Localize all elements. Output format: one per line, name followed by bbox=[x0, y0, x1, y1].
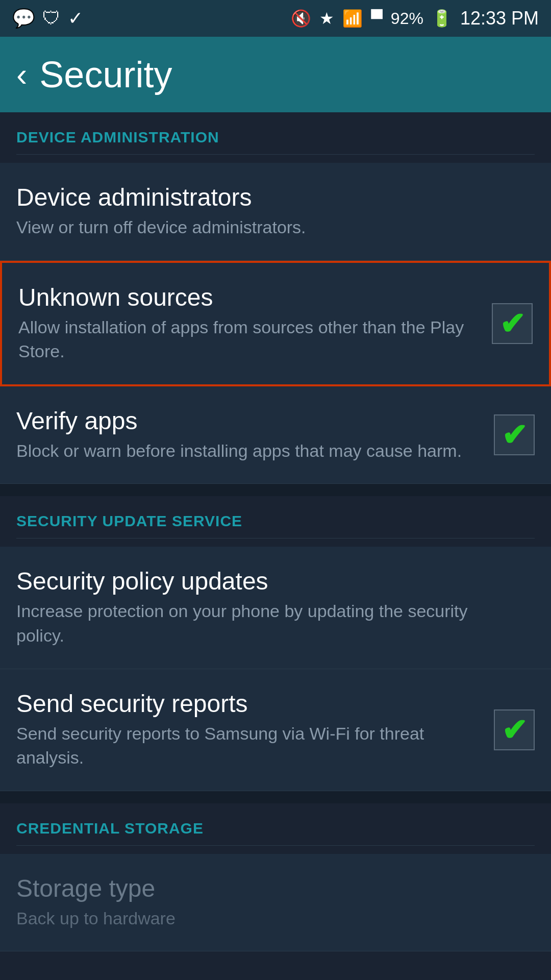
setting-item-content: Verify apps Block or warn before install… bbox=[16, 407, 494, 463]
settings-content: DEVICE ADMINISTRATION Device administrat… bbox=[0, 112, 551, 951]
section-device-administration: DEVICE ADMINISTRATION bbox=[0, 112, 551, 163]
setting-item-device-administrators[interactable]: Device administrators View or turn off d… bbox=[0, 163, 551, 261]
mute-icon: 🔇 bbox=[291, 9, 311, 28]
send-security-reports-checkbox[interactable]: ✔ bbox=[494, 709, 535, 750]
setting-item-verify-apps[interactable]: Verify apps Block or warn before install… bbox=[0, 386, 551, 484]
setting-title: Device administrators bbox=[16, 183, 518, 211]
page-title: Security bbox=[39, 54, 172, 95]
setting-item-unknown-sources[interactable]: Unknown sources Allow installation of ap… bbox=[0, 261, 551, 386]
section-divider bbox=[16, 538, 535, 538]
back-button[interactable]: ‹ bbox=[16, 56, 27, 93]
unknown-sources-checkbox[interactable]: ✔ bbox=[492, 303, 533, 344]
wifi-icon: 📶 bbox=[342, 9, 363, 28]
checkmark-icon: ✔ bbox=[502, 417, 527, 453]
battery-icon: 🔋 bbox=[432, 9, 452, 28]
setting-item-content: Unknown sources Allow installation of ap… bbox=[18, 283, 492, 364]
section-credential-storage: CREDENTIAL STORAGE bbox=[0, 803, 551, 854]
setting-item-storage-type[interactable]: Storage type Back up to hardware bbox=[0, 854, 551, 952]
setting-title: Send security reports bbox=[16, 690, 478, 718]
verify-apps-checkbox[interactable]: ✔ bbox=[494, 414, 535, 455]
battery-percentage: 92% bbox=[391, 9, 423, 28]
setting-item-security-policy-updates[interactable]: Security policy updates Increase protect… bbox=[0, 547, 551, 669]
status-bar-right-icons: 🔇 ★ 📶 ▀ 92% 🔋 12:33 PM bbox=[291, 8, 539, 29]
setting-item-content: Security policy updates Increase protect… bbox=[16, 567, 535, 648]
setting-title: Verify apps bbox=[16, 407, 478, 435]
setting-description: View or turn off device administrators. bbox=[16, 215, 518, 240]
setting-description: Increase protection on your phone by upd… bbox=[16, 599, 518, 648]
section-header-text: SECURITY UPDATE SERVICE bbox=[16, 512, 242, 529]
section-divider bbox=[16, 845, 535, 846]
section-gap bbox=[0, 484, 551, 496]
checkmark-icon: ✔ bbox=[499, 306, 525, 341]
status-bar: 💬 🛡 ✓ 🔇 ★ 📶 ▀ 92% 🔋 12:33 PM bbox=[0, 0, 551, 37]
status-bar-left-icons: 💬 🛡 ✓ bbox=[12, 8, 83, 29]
setting-description: Allow installation of apps from sources … bbox=[18, 315, 475, 364]
setting-title: Security policy updates bbox=[16, 567, 518, 595]
status-time: 12:33 PM bbox=[460, 8, 539, 29]
checkmark-icon: ✔ bbox=[502, 712, 527, 748]
setting-item-content: Storage type Back up to hardware bbox=[16, 874, 535, 931]
shield-icon: 🛡 bbox=[42, 8, 61, 29]
setting-title: Storage type bbox=[16, 874, 518, 902]
signal-bars-icon: ▀ bbox=[371, 9, 383, 28]
setting-item-content: Send security reports Send security repo… bbox=[16, 690, 494, 770]
app-bar: ‹ Security bbox=[0, 37, 551, 112]
hangouts-icon: 💬 bbox=[12, 8, 35, 29]
section-header-text: DEVICE ADMINISTRATION bbox=[16, 129, 219, 145]
section-divider bbox=[16, 154, 535, 155]
setting-description: Back up to hardware bbox=[16, 906, 518, 931]
section-gap-2 bbox=[0, 791, 551, 803]
check-icon: ✓ bbox=[68, 8, 83, 29]
network-icon: ★ bbox=[319, 9, 334, 28]
setting-item-content: Device administrators View or turn off d… bbox=[16, 183, 535, 240]
section-security-update-service: SECURITY UPDATE SERVICE bbox=[0, 496, 551, 547]
section-header-text: CREDENTIAL STORAGE bbox=[16, 820, 204, 837]
setting-title: Unknown sources bbox=[18, 283, 475, 311]
setting-description: Block or warn before installing apps tha… bbox=[16, 439, 478, 463]
setting-item-send-security-reports[interactable]: Send security reports Send security repo… bbox=[0, 669, 551, 791]
setting-description: Send security reports to Samsung via Wi-… bbox=[16, 722, 478, 770]
